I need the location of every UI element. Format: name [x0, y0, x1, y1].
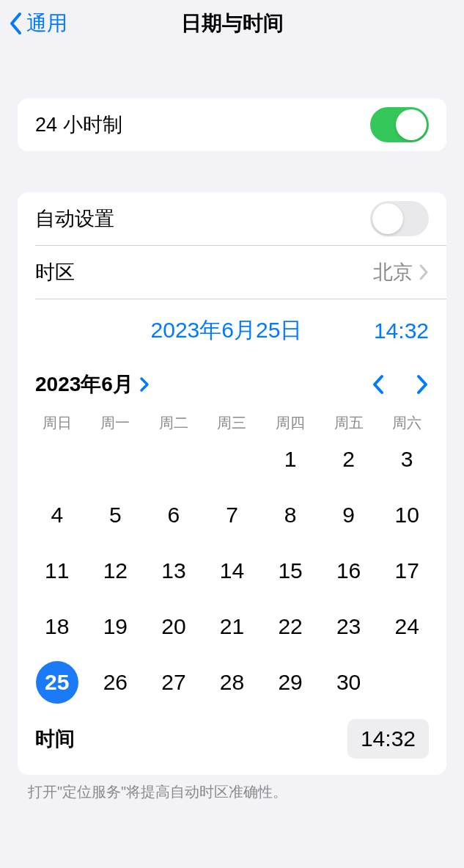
day-cell[interactable]: 28 [203, 659, 262, 706]
chevron-right-icon [419, 263, 429, 281]
day-cell[interactable]: 10 [378, 492, 436, 539]
weekday-label: 周五 [320, 413, 378, 433]
month-nav: 2023年6月 [18, 353, 446, 404]
weekday-label: 周六 [378, 413, 436, 433]
chevron-left-icon [9, 12, 23, 35]
date-time-summary: 2023年6月25日 14:32 [18, 299, 446, 353]
day-cell[interactable]: 20 [144, 603, 203, 650]
weekday-label: 周日 [28, 413, 86, 433]
day-cell[interactable]: 22 [261, 603, 320, 650]
footer-hint: 打开"定位服务"将提高自动时区准确性。 [0, 775, 464, 802]
toggle-knob [396, 109, 427, 140]
calendar-grid: 1234567891011121314151617181920212223242… [18, 436, 446, 719]
time-label: 时间 [35, 726, 75, 752]
weekday-header: 周日周一周二周三周四周五周六 [18, 404, 446, 436]
back-label: 通用 [26, 10, 67, 37]
month-label-text: 2023年6月 [35, 371, 133, 398]
day-cell[interactable]: 8 [261, 492, 320, 539]
day-cell[interactable]: 26 [86, 659, 145, 706]
timezone-label: 时区 [35, 259, 75, 285]
timezone-value-wrap: 北京 [373, 259, 429, 285]
day-cell[interactable]: 30 [320, 659, 378, 706]
day-cell[interactable]: 17 [378, 547, 436, 594]
day-cell[interactable]: 5 [86, 492, 145, 539]
weekday-label: 周二 [144, 413, 203, 433]
twenty-four-hour-label: 24 小时制 [35, 112, 122, 138]
twenty-four-hour-toggle[interactable] [370, 107, 429, 142]
day-cell[interactable]: 12 [86, 547, 145, 594]
day-cell[interactable]: 14 [203, 547, 262, 594]
auto-set-row: 自动设置 [18, 192, 446, 245]
day-cell[interactable]: 19 [86, 603, 145, 650]
chevron-right-icon [416, 374, 429, 395]
day-cell[interactable]: 25 [28, 659, 86, 706]
page-title: 日期与时间 [181, 10, 284, 37]
month-picker[interactable]: 2023年6月 [35, 371, 150, 398]
prev-month-button[interactable] [372, 374, 385, 395]
auto-set-toggle[interactable] [370, 201, 429, 236]
toggle-knob [372, 203, 403, 234]
selected-time[interactable]: 14:32 [374, 318, 429, 343]
twenty-four-hour-row: 24 小时制 [18, 98, 446, 151]
day-cell[interactable]: 24 [378, 603, 436, 650]
day-cell[interactable]: 11 [28, 547, 86, 594]
day-cell[interactable]: 23 [320, 603, 378, 650]
day-cell[interactable]: 27 [144, 659, 203, 706]
chevron-right-icon [139, 376, 150, 393]
day-cell[interactable]: 4 [28, 492, 86, 539]
time-picker-button[interactable]: 14:32 [347, 719, 429, 759]
timezone-value: 北京 [373, 259, 413, 285]
selected-date[interactable]: 2023年6月25日 [79, 316, 374, 346]
day-cell[interactable]: 18 [28, 603, 86, 650]
day-cell[interactable]: 9 [320, 492, 378, 539]
day-cell[interactable]: 15 [261, 547, 320, 594]
day-cell[interactable]: 2 [320, 436, 378, 483]
day-cell[interactable]: 6 [144, 492, 203, 539]
day-cell[interactable]: 1 [261, 436, 320, 483]
day-cell[interactable]: 29 [261, 659, 320, 706]
back-button[interactable]: 通用 [9, 10, 67, 37]
auto-set-label: 自动设置 [35, 205, 114, 232]
weekday-label: 周一 [86, 413, 145, 433]
timezone-row[interactable]: 时区 北京 [18, 246, 446, 299]
nav-bar: 通用 日期与时间 [0, 0, 464, 47]
day-cell[interactable]: 21 [203, 603, 262, 650]
chevron-left-icon [372, 374, 385, 395]
day-cell[interactable]: 16 [320, 547, 378, 594]
weekday-label: 周三 [203, 413, 262, 433]
date-time-group: 自动设置 时区 北京 2023年6月25日 14:32 2023年6月 周 [18, 192, 446, 775]
time-section: 时间 14:32 [18, 719, 446, 775]
next-month-button[interactable] [416, 374, 429, 395]
day-cell[interactable]: 3 [378, 436, 436, 483]
month-arrows [372, 374, 429, 395]
weekday-label: 周四 [261, 413, 320, 433]
clock-format-group: 24 小时制 [18, 98, 446, 151]
day-cell[interactable]: 13 [144, 547, 203, 594]
day-cell[interactable]: 7 [203, 492, 262, 539]
